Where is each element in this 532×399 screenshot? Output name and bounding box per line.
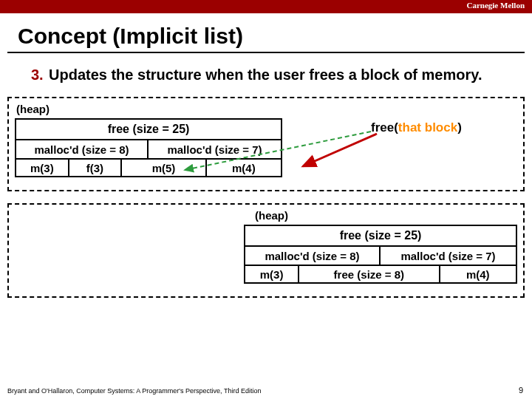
- heap1-free-row: free (size = 25): [15, 118, 282, 139]
- heap2-free8: free (size = 8): [299, 266, 440, 282]
- svg-line-1: [303, 134, 377, 166]
- heap2-malloc-row: malloc'd (size = 8) malloc'd (size = 7): [244, 245, 517, 265]
- slide-title: Concept (Implicit list): [18, 24, 532, 49]
- heap-before: (heap) free (size = 25) malloc'd (size =…: [7, 97, 525, 191]
- heap2-sub-row: m(3) free (size = 8) m(4): [244, 265, 517, 284]
- heap2-mallocB: malloc'd (size = 7): [381, 247, 516, 265]
- heap1-mallocA: malloc'd (size = 8): [16, 140, 149, 158]
- heap2-free-label: free (size = 25): [245, 229, 516, 242]
- heap1-m4: m(4): [207, 160, 281, 176]
- heap1-table: free (size = 25) malloc'd (size = 8) mal…: [15, 118, 282, 177]
- heap-after: (heap) free (size = 25) malloc'd (size =…: [7, 203, 525, 298]
- step-number: 3.: [31, 66, 49, 83]
- heap1-sub-row: m(3) f(3) m(5) m(4): [15, 158, 282, 177]
- brand-text: Carnegie Mellon: [466, 1, 525, 10]
- page-number: 9: [519, 386, 523, 395]
- heap2-table: free (size = 25) malloc'd (size = 8) mal…: [244, 225, 517, 284]
- free-arg: that block: [398, 120, 457, 134]
- heap2-mallocA: malloc'd (size = 8): [245, 247, 381, 265]
- heap2-free-row: free (size = 25): [244, 225, 517, 245]
- footer-citation: Bryant and O'Hallaron, Computer Systems:…: [7, 387, 261, 395]
- heap1-malloc-row: malloc'd (size = 8) malloc'd (size = 7): [15, 139, 282, 158]
- free-fn-open: free(: [371, 120, 398, 134]
- heap-marker-2: (heap): [255, 209, 288, 222]
- free-fn-close: ): [457, 120, 462, 134]
- title-underline: [7, 52, 525, 53]
- heap-marker: (heap): [16, 103, 517, 115]
- heap1-mallocB: malloc'd (size = 7): [149, 140, 281, 158]
- step-text: Updates the structure when the user free…: [49, 66, 513, 83]
- heap2-m3: m(3): [245, 266, 299, 282]
- heap2-m4: m(4): [440, 266, 516, 282]
- heap1-f3: f(3): [69, 160, 123, 176]
- accent-bar: [0, 0, 532, 13]
- heap1-m3: m(3): [16, 160, 69, 176]
- heap1-m5: m(5): [122, 160, 207, 176]
- free-call: free(that block): [371, 120, 462, 135]
- step-3: 3. Updates the structure when the user f…: [31, 66, 513, 83]
- heap1-free-label: free (size = 25): [16, 123, 281, 136]
